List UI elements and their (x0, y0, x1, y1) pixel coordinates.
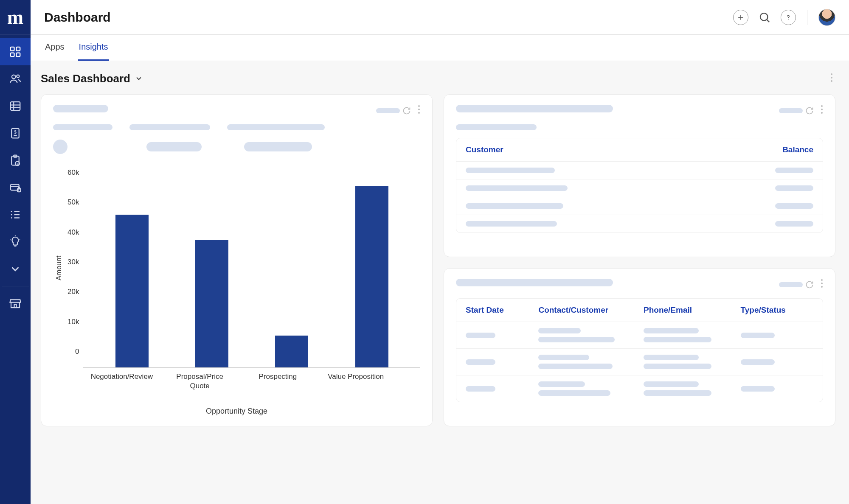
app-header: Dashboard (31, 0, 849, 35)
xaxis-label: Value Proposition (324, 372, 388, 391)
nav-invoices[interactable]: $ (0, 120, 31, 147)
svg-point-42 (821, 105, 823, 107)
card-opportunity-chart: Amount 60k 50k 40k 30k 20k 10k 0 (41, 94, 433, 426)
svg-point-38 (831, 80, 832, 82)
invoice-icon: $ (9, 127, 22, 140)
card-more-button[interactable] (418, 105, 420, 117)
tab-apps[interactable]: Apps (44, 34, 65, 61)
table-icon (9, 100, 22, 112)
card-lock-icon (9, 181, 22, 194)
nav-dashboard[interactable] (0, 38, 31, 65)
nav-customers[interactable] (0, 65, 31, 92)
card-customer-balance: Customer Balance (444, 94, 835, 257)
refresh-button[interactable] (779, 280, 814, 289)
svg-point-37 (831, 77, 832, 78)
card-more-button[interactable] (821, 105, 823, 117)
user-avatar[interactable] (818, 9, 835, 26)
people-icon (9, 73, 22, 85)
help-icon (784, 14, 792, 21)
nav-expand[interactable] (0, 255, 31, 283)
add-button[interactable] (733, 10, 748, 25)
dashboard-title: Sales Dashboard (41, 72, 130, 85)
refresh-icon (805, 280, 814, 289)
table-row[interactable] (456, 179, 823, 197)
svg-point-44 (821, 112, 823, 114)
tab-bar: Apps Insights (31, 35, 849, 61)
svg-point-36 (831, 73, 832, 75)
svg-rect-1 (17, 47, 20, 51)
bar[interactable] (340, 186, 404, 368)
kebab-icon (418, 105, 420, 114)
bar[interactable] (180, 240, 244, 367)
chart-yaxis: 60k 50k 40k 30k 20k 10k 0 (65, 168, 83, 368)
table-row[interactable] (456, 322, 823, 349)
customer-table: Customer Balance (456, 138, 823, 233)
skeleton-line (53, 124, 112, 130)
store-icon (9, 297, 22, 310)
chevron-down-icon (9, 263, 22, 275)
table-row[interactable] (456, 162, 823, 179)
refresh-button[interactable] (779, 106, 814, 115)
contacts-table: Start Date Contact/Customer Phone/Email … (456, 298, 823, 402)
kebab-icon (830, 73, 833, 82)
bar[interactable] (100, 215, 164, 367)
nav-ideas[interactable] (0, 228, 31, 255)
card-more-button[interactable] (821, 279, 823, 291)
svg-point-40 (418, 109, 420, 110)
search-button[interactable] (757, 10, 772, 25)
clipboard-money-icon: $ (9, 154, 22, 167)
svg-point-20 (11, 211, 12, 212)
col-balance: Balance (640, 145, 814, 154)
xaxis-label: Proposal/Price Quote (168, 372, 232, 391)
dashboard-more-button[interactable] (828, 71, 835, 86)
tab-insights[interactable]: Insights (78, 34, 109, 61)
dashboard-selector[interactable]: Sales Dashboard (41, 72, 143, 85)
col-phone: Phone/Email (644, 305, 741, 315)
svg-point-5 (17, 75, 19, 78)
help-button[interactable] (781, 10, 796, 25)
nav-marketplace[interactable] (0, 290, 31, 317)
svg-rect-6 (11, 102, 20, 110)
svg-point-4 (12, 75, 16, 79)
app-logo[interactable]: m (0, 0, 31, 35)
svg-point-46 (821, 283, 823, 284)
svg-line-34 (767, 20, 769, 22)
plus-icon (737, 13, 745, 22)
skeleton-title (456, 279, 613, 286)
xaxis-label: Prospecting (246, 372, 309, 391)
svg-point-45 (821, 279, 823, 281)
skeleton-pill (244, 142, 312, 151)
chevron-down-icon (135, 74, 143, 83)
svg-point-21 (11, 214, 12, 216)
table-row[interactable] (456, 215, 823, 232)
svg-point-43 (821, 109, 823, 110)
chart-plot-area (83, 168, 420, 368)
table-row[interactable] (456, 197, 823, 215)
lightbulb-icon (9, 235, 22, 248)
refresh-icon (402, 106, 411, 115)
svg-point-22 (11, 217, 12, 218)
page-title: Dashboard (44, 10, 111, 25)
xaxis-label: Negotiation/Review (90, 372, 154, 391)
svg-rect-30 (14, 305, 17, 308)
refresh-button[interactable] (376, 106, 411, 115)
nav-records[interactable] (0, 92, 31, 120)
nav-secure-payments[interactable] (0, 174, 31, 201)
table-row[interactable] (456, 349, 823, 375)
refresh-icon (805, 106, 814, 115)
col-start-date: Start Date (466, 305, 538, 315)
table-row[interactable] (456, 375, 823, 402)
skeleton-line (456, 124, 537, 130)
svg-rect-0 (11, 47, 14, 51)
nav-orders[interactable]: $ (0, 147, 31, 174)
bar[interactable] (260, 336, 323, 367)
list-icon (9, 208, 22, 221)
svg-point-47 (821, 286, 823, 288)
chart-ylabel: Amount (53, 168, 65, 368)
dashboard-icon (9, 45, 22, 58)
skeleton-title (53, 105, 108, 112)
kebab-icon (821, 105, 823, 114)
svg-rect-3 (17, 53, 20, 57)
nav-list[interactable] (0, 201, 31, 228)
bar-chart: Amount 60k 50k 40k 30k 20k 10k 0 (53, 168, 420, 416)
